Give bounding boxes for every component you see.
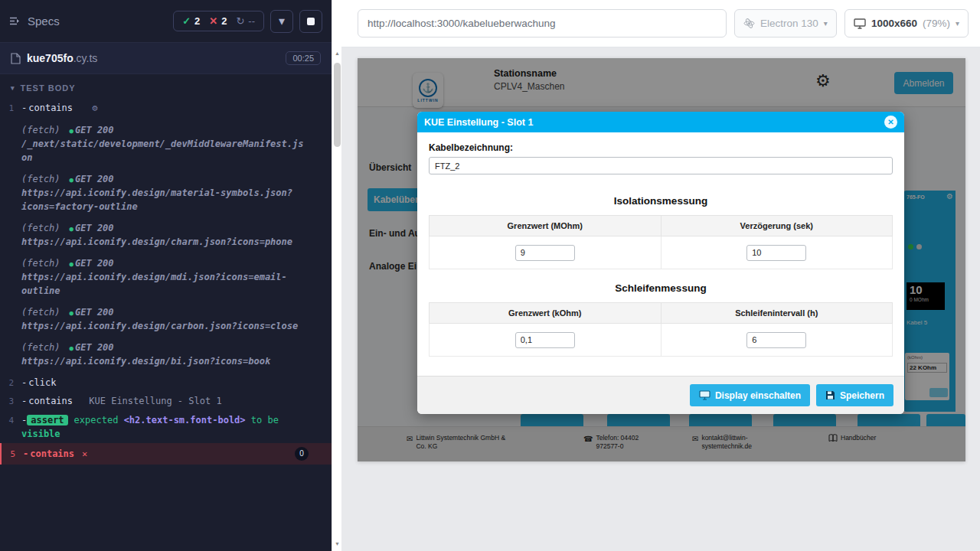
specs-button[interactable]: Specs xyxy=(9,15,60,28)
spec-duration: 00:25 xyxy=(286,51,321,65)
specs-label: Specs xyxy=(28,15,60,28)
column-header: Grenzwert (kOhm) xyxy=(430,303,662,324)
fetch-url: https://api.iconify.design/mdi.json?icon… xyxy=(21,270,309,298)
isolation-section-heading: Isolationsmessung xyxy=(429,195,893,207)
command-contains-1[interactable]: 1 contains ⚙ xyxy=(0,99,332,118)
fetch-log-row[interactable]: (fetch)●GET 200 https://api.iconify.desi… xyxy=(0,254,332,300)
cable-name-label: Kabelbezeichnung: xyxy=(429,142,893,153)
viewport-zoom: (79%) xyxy=(923,18,950,29)
assert-subject: <h2.text-sm.font-bold> xyxy=(124,415,246,425)
command-method: click xyxy=(21,377,56,388)
close-icon: ✕ xyxy=(887,118,893,126)
fetch-log-row[interactable]: (fetch)●GET 200 https://api.iconify.desi… xyxy=(0,338,332,370)
electron-icon xyxy=(743,18,755,29)
command-number: 3 xyxy=(0,394,21,409)
kue-settings-modal: KUE Einstellung - Slot 1 ✕ Kabelbezeichn… xyxy=(417,112,904,414)
fetch-label: (fetch) xyxy=(21,307,60,318)
cypress-reporter: Specs ✓ 2 ✕ 2 ↻ -- ▾ xyxy=(0,0,332,551)
fetch-log-row[interactable]: (fetch)●GET 200 https://api.iconify.desi… xyxy=(0,170,332,216)
save-button[interactable]: Speichern xyxy=(816,384,893,406)
command-log: 1 contains ⚙ (fetch)●GET 200 /_next/stat… xyxy=(0,99,332,465)
fetch-status: GET 200 xyxy=(75,307,114,318)
command-number: 2 xyxy=(0,376,21,390)
fetch-label: (fetch) xyxy=(21,223,60,233)
fetch-status: GET 200 xyxy=(75,258,114,269)
cable-name-input[interactable] xyxy=(429,157,893,174)
chevron-down-icon: ▾ xyxy=(824,19,828,28)
fetch-url: https://api.iconify.design/bi.json?icons… xyxy=(21,354,309,368)
command-count-badge: 0 xyxy=(295,447,309,461)
url-input[interactable] xyxy=(358,9,727,37)
viewport-select[interactable]: 1000x660 (79%) ▾ xyxy=(844,9,969,37)
fetch-status: GET 200 xyxy=(75,125,114,135)
command-number: 4 xyxy=(0,413,21,441)
close-button[interactable]: ✕ xyxy=(884,116,897,129)
fetch-label: (fetch) xyxy=(21,174,60,184)
aut-iframe: ⚓ LITTWIN Stationsname CPLV4_Maschen ⚙ A… xyxy=(358,58,965,461)
spec-name: kue705fo xyxy=(27,52,74,64)
browser-select[interactable]: Electron 130 ▾ xyxy=(734,9,837,37)
test-body-toggle[interactable]: ▾ TEST BODY xyxy=(0,74,332,99)
loop-table: Grenzwert (kOhm) Schleifenintervall (h) xyxy=(429,302,893,357)
chevron-down-icon: ▾ xyxy=(11,84,15,92)
command-contains-2[interactable]: 3 contains KUE Einstellung - Slot 1 xyxy=(0,392,332,411)
fetch-url: /_next/static/development/_devMiddleware… xyxy=(21,137,309,165)
fetch-log-row[interactable]: (fetch)●GET 200 https://api.iconify.desi… xyxy=(0,219,332,251)
status-dot-icon: ● xyxy=(70,260,74,268)
fetch-url: https://api.iconify.design/charm.json?ic… xyxy=(21,235,309,249)
fetch-status: GET 200 xyxy=(75,342,114,353)
column-header: Schleifenintervall (h) xyxy=(661,303,893,324)
command-method: contains xyxy=(21,396,73,406)
loop-limit-input[interactable] xyxy=(515,332,575,348)
refresh-icon: ↻ xyxy=(236,15,244,27)
spec-file-icon xyxy=(11,53,21,64)
command-number: 5 xyxy=(2,447,23,461)
monitor-icon xyxy=(699,390,710,400)
runner-toolbar: Electron 130 ▾ 1000x660 (79%) ▾ xyxy=(341,0,980,47)
reporter-scrollbar[interactable]: ▲ ▼ xyxy=(332,0,341,551)
command-method: contains xyxy=(21,103,73,113)
fetch-label: (fetch) xyxy=(21,125,60,135)
scrollbar-thumb[interactable] xyxy=(334,63,341,147)
stop-icon xyxy=(307,18,315,25)
loop-interval-input[interactable] xyxy=(746,332,806,348)
fetch-label: (fetch) xyxy=(21,258,60,269)
fetch-log-row[interactable]: (fetch)●GET 200 https://api.iconify.desi… xyxy=(0,303,332,335)
browser-label: Electron 130 xyxy=(760,18,818,29)
fetch-label: (fetch) xyxy=(21,342,60,353)
status-dot-icon: ● xyxy=(70,176,74,184)
loop-section-heading: Schleifenmessung xyxy=(429,282,893,294)
status-dot-icon: ● xyxy=(70,309,74,317)
runner-main: Electron 130 ▾ 1000x660 (79%) ▾ ⚓ LITTWI… xyxy=(341,0,980,551)
iso-limit-input[interactable] xyxy=(515,245,575,261)
check-icon: ✓ xyxy=(182,15,191,27)
command-contains-failed[interactable]: 5 contains ✕ 0 xyxy=(0,443,332,465)
assert-badge: assert xyxy=(27,415,67,425)
fetch-log-row[interactable]: (fetch)●GET 200 /_next/static/developmen… xyxy=(0,121,332,167)
reporter-header: Specs ✓ 2 ✕ 2 ↻ -- ▾ xyxy=(0,0,332,43)
status-dot-icon: ● xyxy=(70,225,74,233)
gear-icon: ⚙ xyxy=(92,103,97,113)
command-method: contains xyxy=(23,447,74,461)
status-dot-icon: ● xyxy=(70,344,74,352)
chevron-down-icon: ▾ xyxy=(279,14,285,28)
passed-count: ✓ 2 xyxy=(182,15,200,27)
spec-extension: .cy.ts xyxy=(74,52,98,64)
column-header: Verzögerung (sek) xyxy=(661,216,893,236)
status-dot-icon: ● xyxy=(70,127,74,135)
command-assert[interactable]: 4 -assertexpected <h2.text-sm.font-bold>… xyxy=(0,411,332,443)
save-floppy-icon xyxy=(825,390,835,400)
collapse-all-button[interactable]: ▾ xyxy=(270,10,293,33)
command-click[interactable]: 2 click xyxy=(0,373,332,393)
spec-row[interactable]: kue705fo.cy.ts 00:25 xyxy=(0,43,332,74)
display-on-button[interactable]: Display einschalten xyxy=(690,384,810,406)
stop-run-button[interactable] xyxy=(299,10,322,33)
modal-header: KUE Einstellung - Slot 1 ✕ xyxy=(417,112,904,132)
assert-text: to be xyxy=(251,415,279,425)
iso-delay-input[interactable] xyxy=(746,245,806,261)
chevron-down-icon: ▾ xyxy=(956,19,959,28)
fetch-status: GET 200 xyxy=(75,223,114,233)
command-message: KUE Einstellung - Slot 1 xyxy=(89,396,221,406)
modal-footer: Display einschalten Speichern xyxy=(417,376,904,414)
test-body-label: TEST BODY xyxy=(21,83,76,93)
